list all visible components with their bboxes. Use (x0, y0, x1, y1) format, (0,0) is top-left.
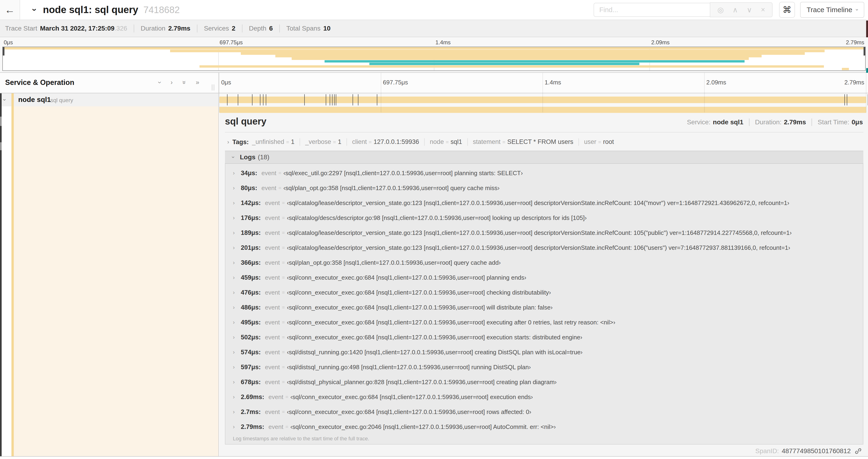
log-row[interactable]: › 459μs: event = ‹sql/conn_executor_exec… (225, 270, 863, 285)
log-row[interactable]: › 2.79ms: event = ‹sql/conn_executor_exe… (225, 419, 863, 434)
minimap-span-bar (199, 65, 824, 68)
chevron-right-icon: › (233, 334, 241, 340)
expand-all-icon[interactable]: » (196, 79, 199, 86)
log-field-value: ‹sql/catalog/descs/descriptor.go:98 [nsq… (287, 214, 587, 222)
tag-item[interactable]: user = root (584, 138, 614, 145)
span-service-name: node sql1 (18, 96, 51, 104)
tag-divider (579, 138, 579, 146)
log-timestamp: 459μs: (241, 274, 261, 281)
tag-divider (346, 138, 347, 146)
prev-match-icon[interactable]: ∧ (733, 6, 738, 14)
meta-label: Service: (687, 119, 711, 126)
find-input[interactable] (594, 3, 710, 17)
back-button[interactable]: ← (0, 0, 20, 20)
span-duration-bar[interactable] (219, 97, 866, 103)
span-detail-panel: sql query Service:node sql1Duration:2.79… (219, 106, 868, 456)
info-value: 2 (232, 25, 236, 32)
tag-item[interactable]: client = 127.0.0.1:59936 (352, 138, 419, 145)
chevron-right-icon: › (233, 185, 241, 191)
log-row[interactable]: › 502μs: event = ‹sql/conn_executor_exec… (225, 330, 863, 345)
chevron-right-icon: › (233, 394, 241, 400)
tag-item[interactable]: statement = SELECT * FROM users (473, 138, 574, 145)
log-equals: = (282, 260, 285, 265)
info-divider (242, 25, 242, 32)
span-row-timeline-cell[interactable] (219, 93, 868, 106)
tag-equals: = (333, 139, 336, 145)
collapse-all-icon[interactable]: » (181, 81, 188, 84)
log-field-key: event (265, 319, 280, 326)
keyboard-shortcuts-button[interactable]: ⌘ (779, 2, 795, 18)
tag-item[interactable]: _unfinished = 1 (252, 138, 294, 145)
logs-body: › 34μs: event = ‹sql/exec_util.go:2297 [… (225, 164, 863, 445)
meta-label: Start Time: (817, 119, 849, 126)
tags-section[interactable]: › Tags: _unfinished = 1 _verbose = 1 cli… (225, 136, 863, 148)
chevron-down-icon: › (854, 9, 860, 10)
log-row[interactable]: › 597μs: event = ‹sql/distsql_running.go… (225, 360, 863, 374)
log-row[interactable]: › 366μs: event = ‹sql/plan_opt.go:358 [n… (225, 255, 863, 270)
logs-section-header[interactable]: › Logs (18) (225, 151, 863, 164)
log-rows: › 34μs: event = ‹sql/exec_util.go:2297 [… (225, 166, 863, 434)
collapse-one-icon[interactable]: › (156, 81, 163, 84)
scrollbar-thumb[interactable] (0, 142, 2, 150)
log-row[interactable]: › 2.7ms: event = ‹sql/conn_executor_exec… (225, 404, 863, 419)
log-event-tick (260, 94, 260, 105)
minimap-left-handle[interactable] (3, 47, 4, 56)
trace-info-item: Duration 2.79ms (141, 25, 190, 32)
log-equals: = (282, 379, 285, 385)
chevron-right-icon: › (233, 424, 241, 430)
left-scrollbar[interactable] (0, 93, 2, 456)
minimap-right-handle[interactable] (864, 47, 865, 56)
view-select-button[interactable]: Trace Timeline › (800, 2, 864, 18)
log-row[interactable]: › 574μs: event = ‹sql/distsql_running.go… (225, 345, 863, 360)
clear-find-icon[interactable]: × (761, 6, 765, 14)
log-row[interactable]: › 678μs: event = ‹sql/distsql_physical_p… (225, 374, 863, 390)
span-color-stripe (11, 93, 14, 456)
tag-key: _verbose (305, 138, 331, 145)
chevron-right-icon: › (233, 170, 241, 176)
title-collapse-icon[interactable]: › (30, 8, 39, 11)
log-timestamp: 366μs: (241, 259, 261, 266)
tag-item[interactable]: node = sql1 (430, 138, 462, 145)
column-divider[interactable] (218, 73, 219, 456)
log-event-tick (266, 94, 266, 105)
tag-value: 1 (338, 138, 341, 145)
next-match-icon[interactable]: ∨ (747, 6, 752, 14)
scrollbar-thumb[interactable] (0, 117, 2, 126)
trace-id: 7418682 (143, 5, 180, 15)
tag-equals: = (369, 139, 372, 145)
log-row[interactable]: › 201μs: event = ‹sql/catalog/lease/desc… (225, 240, 863, 255)
minimap-span-bar (3, 47, 865, 50)
log-row[interactable]: › 142μs: event = ‹sql/catalog/lease/desc… (225, 195, 863, 210)
log-timestamp: 574μs: (241, 349, 261, 356)
info-label: Services (204, 25, 229, 32)
log-row[interactable]: › 2.69ms: event = ‹sql/conn_executor_exe… (225, 390, 863, 404)
logs-count: (18) (258, 154, 270, 161)
link-icon[interactable] (855, 447, 862, 455)
expand-one-icon[interactable]: › (170, 79, 173, 86)
log-field-key: event (265, 259, 280, 266)
log-equals: = (282, 275, 285, 280)
log-equals: = (282, 200, 285, 206)
log-timestamp: 476μs: (241, 289, 261, 296)
log-row[interactable]: › 189μs: event = ‹sql/catalog/lease/desc… (225, 225, 863, 240)
meta-label: Duration: (755, 119, 782, 126)
tag-equals: = (446, 139, 449, 145)
minimap-canvas[interactable] (2, 47, 866, 71)
log-timestamp: 189μs: (241, 229, 261, 236)
log-row[interactable]: › 486μs: event = ‹sql/conn_executor_exec… (225, 300, 863, 315)
log-row[interactable]: › 476μs: event = ‹sql/conn_executor_exec… (225, 285, 863, 300)
log-row[interactable]: › 80μs: event = ‹sql/plan_opt.go:358 [ns… (225, 181, 863, 195)
command-icon: ⌘ (783, 5, 792, 15)
log-row[interactable]: › 176μs: event = ‹sql/catalog/descs/desc… (225, 210, 863, 225)
span-collapse-icon[interactable]: › (1, 99, 8, 101)
view-select-label: Trace Timeline (807, 6, 852, 14)
log-equals: = (278, 170, 281, 176)
log-equals: = (282, 364, 285, 370)
log-row[interactable]: › 34μs: event = ‹sql/exec_util.go:2297 [… (225, 166, 863, 181)
log-row[interactable]: › 495μs: event = ‹sql/conn_executor_exec… (225, 315, 863, 330)
tag-item[interactable]: _verbose = 1 (305, 138, 341, 145)
column-resize-grip[interactable] (212, 85, 214, 91)
log-field-key: event (265, 408, 280, 416)
match-highlight-icon[interactable]: ◎ (717, 6, 723, 14)
span-row-name-cell[interactable]: › node sql1 sql query (0, 93, 218, 106)
